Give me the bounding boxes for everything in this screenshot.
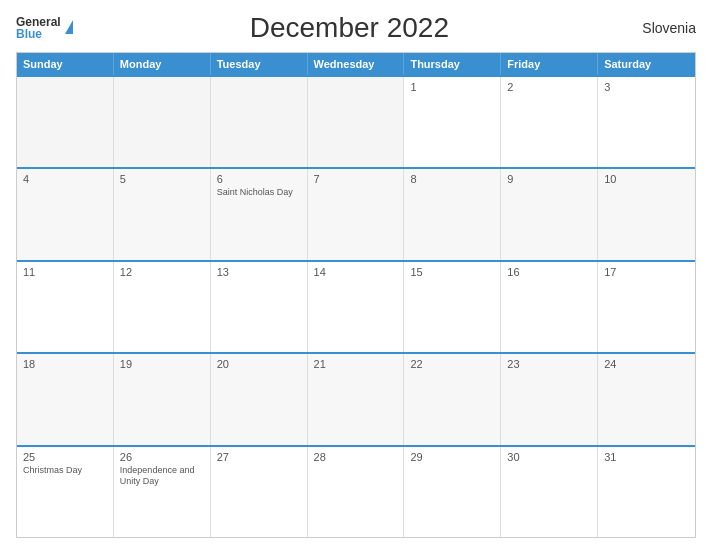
day-cell: 31 [598,447,695,537]
day-header-monday: Monday [114,53,211,75]
calendar-grid: SundayMondayTuesdayWednesdayThursdayFrid… [16,52,696,538]
day-cell: 12 [114,262,211,352]
week-row-4: 25Christmas Day26Independence and Unity … [17,445,695,537]
day-cell: 15 [404,262,501,352]
day-number: 14 [314,266,398,278]
day-cell: 7 [308,169,405,259]
day-cell [211,77,308,167]
day-header-wednesday: Wednesday [308,53,405,75]
day-number: 19 [120,358,204,370]
day-cell: 13 [211,262,308,352]
day-cell [308,77,405,167]
day-cell: 18 [17,354,114,444]
day-cell: 16 [501,262,598,352]
day-number: 18 [23,358,107,370]
day-number: 26 [120,451,204,463]
day-event: Saint Nicholas Day [217,187,301,199]
day-cell: 10 [598,169,695,259]
day-cell: 11 [17,262,114,352]
day-cell [17,77,114,167]
day-number: 5 [120,173,204,185]
day-cell: 27 [211,447,308,537]
day-number: 10 [604,173,689,185]
day-event: Independence and Unity Day [120,465,204,488]
day-number: 17 [604,266,689,278]
day-number: 20 [217,358,301,370]
day-header-thursday: Thursday [404,53,501,75]
header: General Blue December 2022 Slovenia [16,12,696,44]
day-number: 8 [410,173,494,185]
day-number: 2 [507,81,591,93]
day-number: 23 [507,358,591,370]
week-row-3: 18192021222324 [17,352,695,444]
day-cell: 26Independence and Unity Day [114,447,211,537]
day-number: 21 [314,358,398,370]
day-header-saturday: Saturday [598,53,695,75]
day-cell: 2 [501,77,598,167]
day-cell: 9 [501,169,598,259]
day-header-tuesday: Tuesday [211,53,308,75]
logo: General Blue [16,16,73,40]
country-label: Slovenia [626,20,696,36]
day-cell: 22 [404,354,501,444]
day-cell: 1 [404,77,501,167]
calendar-weeks: 123456Saint Nicholas Day7891011121314151… [17,75,695,537]
day-cell: 24 [598,354,695,444]
day-cell: 8 [404,169,501,259]
day-number: 16 [507,266,591,278]
day-number: 28 [314,451,398,463]
logo-text: General Blue [16,16,61,40]
day-header-friday: Friday [501,53,598,75]
page-title: December 2022 [73,12,626,44]
day-cell: 6Saint Nicholas Day [211,169,308,259]
day-number: 4 [23,173,107,185]
logo-triangle-icon [65,20,73,34]
day-number: 7 [314,173,398,185]
day-number: 25 [23,451,107,463]
day-cell [114,77,211,167]
day-cell: 14 [308,262,405,352]
day-number: 3 [604,81,689,93]
day-number: 13 [217,266,301,278]
day-number: 29 [410,451,494,463]
day-number: 15 [410,266,494,278]
day-number: 27 [217,451,301,463]
week-row-2: 11121314151617 [17,260,695,352]
day-cell: 29 [404,447,501,537]
day-cell: 5 [114,169,211,259]
day-number: 31 [604,451,689,463]
logo-blue-text: Blue [16,28,61,40]
day-number: 9 [507,173,591,185]
calendar-page: General Blue December 2022 Slovenia Sund… [0,0,712,550]
day-number: 6 [217,173,301,185]
day-cell: 23 [501,354,598,444]
day-cell: 19 [114,354,211,444]
day-number: 24 [604,358,689,370]
day-number: 12 [120,266,204,278]
day-number: 1 [410,81,494,93]
day-cell: 28 [308,447,405,537]
day-cell: 21 [308,354,405,444]
week-row-1: 456Saint Nicholas Day78910 [17,167,695,259]
day-event: Christmas Day [23,465,107,477]
day-number: 22 [410,358,494,370]
day-header-sunday: Sunday [17,53,114,75]
day-number: 11 [23,266,107,278]
day-cell: 25Christmas Day [17,447,114,537]
day-cell: 3 [598,77,695,167]
day-headers-row: SundayMondayTuesdayWednesdayThursdayFrid… [17,53,695,75]
day-cell: 17 [598,262,695,352]
week-row-0: 123 [17,75,695,167]
day-number: 30 [507,451,591,463]
day-cell: 30 [501,447,598,537]
day-cell: 4 [17,169,114,259]
day-cell: 20 [211,354,308,444]
